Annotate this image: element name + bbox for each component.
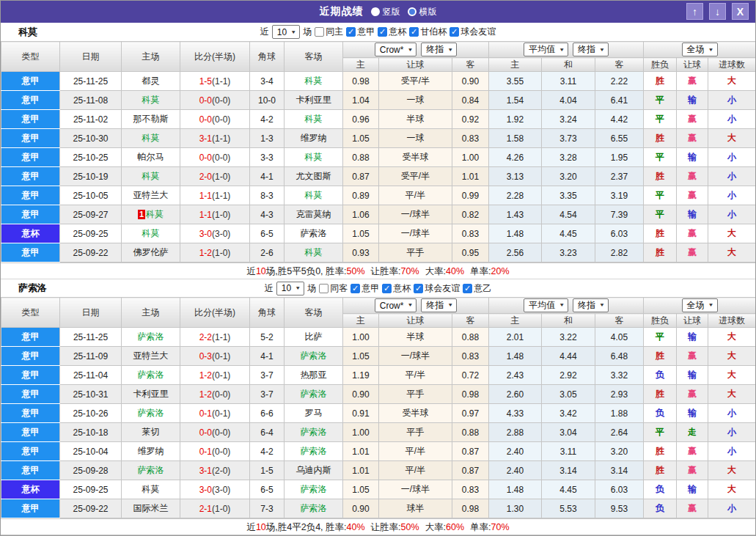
league-checkbox[interactable] [463,284,472,293]
col-avg-away: 客 [595,58,644,72]
date-cell: 25-11-08 [60,91,122,110]
crow-away-odds: 0.99 [452,186,489,205]
avg-away-odds: 3.32 [595,366,644,385]
avg-home-odds: 1.48 [489,224,542,243]
avg-away-odds: 6.03 [595,480,644,499]
results-table-sassuolo: 类型 日期 主场 比分(半场) 角球 客场 Crow*▼ 终指▼ 平均值▼ 终指… [1,297,756,518]
corner-cell: 5-2 [250,328,285,347]
league-filter-option[interactable]: 意甲 [346,26,375,38]
crow-odds-stage-select[interactable]: 终指▼ [421,43,457,56]
avg-odds-stage-select[interactable]: 终指▼ [573,298,609,312]
league-filter-option[interactable]: 球会友谊 [449,26,496,38]
recent-count-select[interactable]: 10▼ [272,25,300,39]
corner-cell: 3-3 [250,148,285,167]
match-row: 意杯 25-09-25 科莫 3-0(3-0) 6-5 萨索洛 1.05 一/球… [1,480,756,499]
mode-horizontal[interactable]: 横版 [408,6,437,18]
corner-cell: 4-2 [250,110,285,129]
home-team-cell: 维罗纳 [122,442,180,461]
match-row: 意杯 25-09-25 科莫 3-0(3-0) 6-5 萨索洛 1.05 一/球… [1,224,756,243]
type-cell: 意甲 [1,205,60,224]
league-checkbox[interactable] [382,284,392,293]
result-winlose: 胜 [644,129,677,148]
average-select[interactable]: 平均值▼ [524,43,568,56]
same-venue-option[interactable]: 同主 [315,26,343,38]
fulltime-select[interactable]: 全场▼ [682,298,718,312]
crow-home-odds: 0.89 [343,186,379,205]
crow-away-odds: 0.90 [452,72,489,91]
league-checkbox[interactable] [414,284,423,293]
league-filter-option[interactable]: 球会友谊 [414,282,460,295]
away-team-cell: 尤文图斯 [285,167,343,186]
match-row: 意甲 25-10-18 莱切 0-0(0-0) 6-4 萨索洛 1.00 平手 … [1,423,756,442]
chevron-down-icon: ▼ [447,303,453,308]
away-team-cell: 科莫 [285,148,343,167]
league-checkbox[interactable] [409,27,419,37]
league-filter-option[interactable]: 意杯 [378,26,406,38]
score-cell: 2-1(1-0) [180,499,250,518]
away-team-cell: 热那亚 [285,366,343,385]
crow-handicap: 半球 [379,110,452,129]
result-winlose: 负 [644,404,677,423]
home-team-cell: 科莫 [122,480,180,499]
away-team-cell: 比萨 [285,328,343,347]
avg-away-odds: 6.55 [595,129,644,148]
away-team-cell: 乌迪内斯 [285,461,343,480]
crow-handicap: 半球 [379,328,452,347]
avg-home-odds: 4.33 [489,404,542,423]
result-winlose: 平 [644,91,677,110]
result-goals: 小 [708,404,756,423]
same-venue-checkbox[interactable] [315,27,324,37]
match-row: 意甲 25-09-28 萨索洛 3-1(2-0) 1-5 乌迪内斯 1.01 平… [1,461,756,480]
col-score: 比分(半场) [180,298,250,328]
league-filter-option[interactable]: 甘伯杯 [409,26,447,38]
fulltime-select[interactable]: 全场▼ [682,43,718,56]
radio-vertical-icon[interactable] [371,7,380,16]
close-button[interactable]: X [732,3,749,20]
result-goals: 小 [708,167,756,186]
corner-cell: 6-5 [250,480,285,499]
avg-away-odds: 2.37 [595,167,644,186]
corner-cell: 10-0 [250,91,285,110]
avg-home-odds: 2.01 [489,328,542,347]
recent-count-select[interactable]: 10▼ [276,282,304,295]
crow-handicap: 平/半 [379,366,452,385]
type-cell: 意甲 [1,385,60,404]
league-checkbox[interactable] [351,284,360,293]
match-row: 意甲 25-11-25 都灵 1-5(1-1) 3-4 科莫 0.98 受平/半… [1,72,756,91]
league-checkbox[interactable] [449,27,459,37]
radio-horizontal-icon[interactable] [408,7,416,16]
bookmaker-select[interactable]: Crow*▼ [375,43,417,56]
date-cell: 25-09-28 [60,461,122,480]
mode-vertical[interactable]: 竖版 [371,6,400,18]
avg-home-odds: 1.54 [489,91,542,110]
score-cell: 0-0(0-0) [180,91,250,110]
avg-home-odds: 2.88 [489,423,542,442]
away-team-cell: 科莫 [285,243,343,263]
date-cell: 25-10-19 [60,167,122,186]
date-cell: 25-09-22 [60,499,122,518]
league-filter-option[interactable]: 意乙 [463,282,491,295]
home-team-cell: 萨索洛 [122,366,180,385]
result-handicap: 赢 [677,129,708,148]
league-checkbox[interactable] [346,27,356,37]
crow-home-odds: 0.88 [343,148,379,167]
avg-draw-odds: 4.04 [542,91,595,110]
away-team-cell: 萨索洛 [285,442,343,461]
crow-handicap: 一/球半 [379,205,452,224]
col-crow-home: 主 [343,314,379,328]
league-filter-option[interactable]: 意甲 [351,282,379,295]
bookmaker-select[interactable]: Crow*▼ [375,298,417,312]
same-venue-checkbox[interactable] [319,284,329,293]
same-venue-option[interactable]: 同客 [319,282,348,295]
type-cell: 意甲 [1,243,60,263]
avg-draw-odds: 3.11 [542,442,595,461]
avg-home-odds: 2.40 [489,442,542,461]
avg-odds-stage-select[interactable]: 终指▼ [573,43,609,56]
average-select[interactable]: 平均值▼ [524,298,568,312]
league-checkbox[interactable] [378,27,387,37]
move-down-button[interactable]: ↓ [709,3,726,20]
league-filter-option[interactable]: 意杯 [382,282,411,295]
move-up-button[interactable]: ↑ [686,3,703,20]
crow-away-odds: 0.98 [452,499,489,518]
crow-odds-stage-select[interactable]: 终指▼ [421,298,457,312]
